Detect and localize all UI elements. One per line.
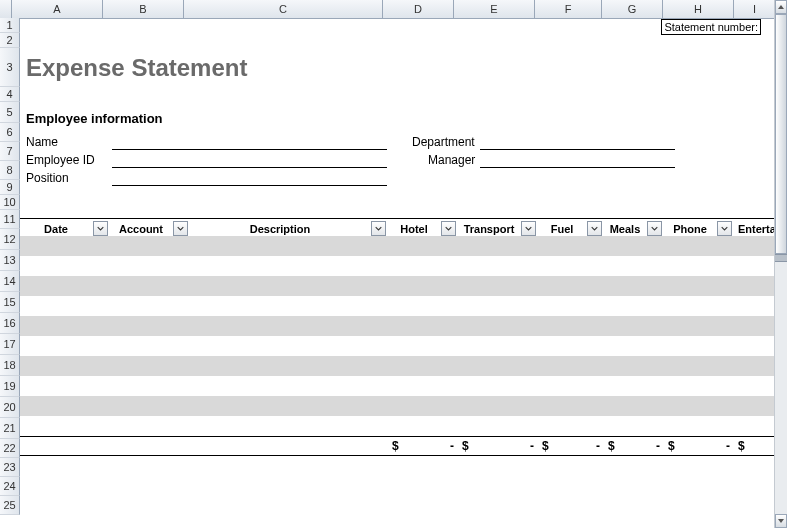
row-header-12[interactable]: 12 [0, 229, 20, 250]
row-header-8[interactable]: 8 [0, 161, 20, 180]
row-header-6[interactable]: 6 [0, 123, 20, 142]
row-header-22[interactable]: 22 [0, 439, 20, 458]
row-header-24[interactable]: 24 [0, 477, 20, 496]
totals-row: $ - $ - $ - $ - $ - $ [20, 436, 775, 456]
currency-symbol: $ [542, 439, 549, 453]
page-title: Expense Statement [26, 54, 247, 82]
total-hotel: $ - [388, 437, 458, 455]
row-header-18[interactable]: 18 [0, 355, 20, 376]
table-row[interactable] [20, 236, 775, 256]
table-row[interactable] [20, 336, 775, 356]
currency-symbol: $ [738, 439, 745, 453]
chevron-down-icon [177, 226, 184, 231]
filter-button-phone[interactable] [717, 221, 732, 236]
row-header-9[interactable]: 9 [0, 180, 20, 195]
table-row[interactable] [20, 276, 775, 296]
th-phone-label: Phone [673, 223, 707, 235]
column-headers: A B C D E F G H I [0, 0, 775, 19]
row-header-17[interactable]: 17 [0, 334, 20, 355]
input-position[interactable] [112, 170, 387, 186]
table-row[interactable] [20, 396, 775, 416]
input-manager[interactable] [480, 152, 675, 168]
row-header-11[interactable]: 11 [0, 210, 20, 229]
row-header-1[interactable]: 1 [0, 18, 20, 33]
row-header-14[interactable]: 14 [0, 271, 20, 292]
total-dash: - [656, 439, 660, 453]
col-header-E[interactable]: E [454, 0, 535, 18]
filter-button-meals[interactable] [647, 221, 662, 236]
total-entertainment: $ [734, 437, 775, 455]
filter-button-date[interactable] [93, 221, 108, 236]
chevron-up-icon [778, 5, 784, 9]
row-header-20[interactable]: 20 [0, 397, 20, 418]
col-header-H[interactable]: H [663, 0, 734, 18]
filter-button-fuel[interactable] [587, 221, 602, 236]
currency-symbol: $ [462, 439, 469, 453]
col-header-I[interactable]: I [734, 0, 775, 18]
row-header-23[interactable]: 23 [0, 458, 20, 477]
scroll-down-button[interactable] [775, 514, 787, 528]
label-name: Name [26, 135, 58, 149]
chevron-down-icon [591, 226, 598, 231]
input-name[interactable] [112, 134, 387, 150]
filter-button-description[interactable] [371, 221, 386, 236]
filter-button-hotel[interactable] [441, 221, 456, 236]
col-header-D[interactable]: D [383, 0, 454, 18]
row-header-15[interactable]: 15 [0, 292, 20, 313]
label-employee-id: Employee ID [26, 153, 95, 167]
total-fuel: $ - [538, 437, 604, 455]
input-employee-id[interactable] [112, 152, 387, 168]
table-row[interactable] [20, 256, 775, 276]
chevron-down-icon [445, 226, 452, 231]
row-header-7[interactable]: 7 [0, 142, 20, 161]
label-manager: Manager [428, 153, 475, 167]
filter-button-account[interactable] [173, 221, 188, 236]
row-header-25[interactable]: 25 [0, 496, 20, 515]
th-entertainment-label: Entertainment [738, 223, 775, 235]
row-header-4[interactable]: 4 [0, 87, 20, 102]
currency-symbol: $ [668, 439, 675, 453]
row-header-13[interactable]: 13 [0, 250, 20, 271]
total-dash: - [530, 439, 534, 453]
col-header-F[interactable]: F [535, 0, 602, 18]
row-header-10[interactable]: 10 [0, 195, 20, 210]
label-position: Position [26, 171, 69, 185]
filter-button-transport[interactable] [521, 221, 536, 236]
total-meals: $ - [604, 437, 664, 455]
th-date-label: Date [44, 223, 68, 235]
row-header-2[interactable]: 2 [0, 33, 20, 48]
total-dash: - [596, 439, 600, 453]
table-header-row: Date Account Description Hotel Transport… [20, 218, 775, 238]
currency-symbol: $ [608, 439, 615, 453]
th-account-label: Account [119, 223, 163, 235]
vertical-scrollbar[interactable] [774, 0, 787, 528]
col-header-C[interactable]: C [184, 0, 383, 18]
scrollbar-split[interactable] [775, 254, 787, 262]
select-all-corner[interactable] [0, 0, 12, 18]
table-row[interactable] [20, 316, 775, 336]
input-department[interactable] [480, 134, 675, 150]
table-row[interactable] [20, 416, 775, 436]
chevron-down-icon [651, 226, 658, 231]
chevron-down-icon [778, 519, 784, 523]
th-description-label: Description [250, 223, 311, 235]
col-header-A[interactable]: A [12, 0, 103, 18]
table-row[interactable] [20, 376, 775, 396]
table-row[interactable] [20, 356, 775, 376]
row-header-3[interactable]: 3 [0, 48, 20, 87]
scroll-up-button[interactable] [775, 0, 787, 14]
chevron-down-icon [525, 226, 532, 231]
row-header-5[interactable]: 5 [0, 102, 20, 123]
tooltip-statement-number: Statement number: [661, 19, 761, 35]
chevron-down-icon [721, 226, 728, 231]
row-header-16[interactable]: 16 [0, 313, 20, 334]
row-header-19[interactable]: 19 [0, 376, 20, 397]
chevron-down-icon [375, 226, 382, 231]
row-header-21[interactable]: 21 [0, 418, 20, 439]
table-row[interactable] [20, 296, 775, 316]
total-dash: - [726, 439, 730, 453]
scrollbar-thumb[interactable] [775, 14, 787, 254]
col-header-B[interactable]: B [103, 0, 184, 18]
col-header-G[interactable]: G [602, 0, 663, 18]
total-phone: $ - [664, 437, 734, 455]
